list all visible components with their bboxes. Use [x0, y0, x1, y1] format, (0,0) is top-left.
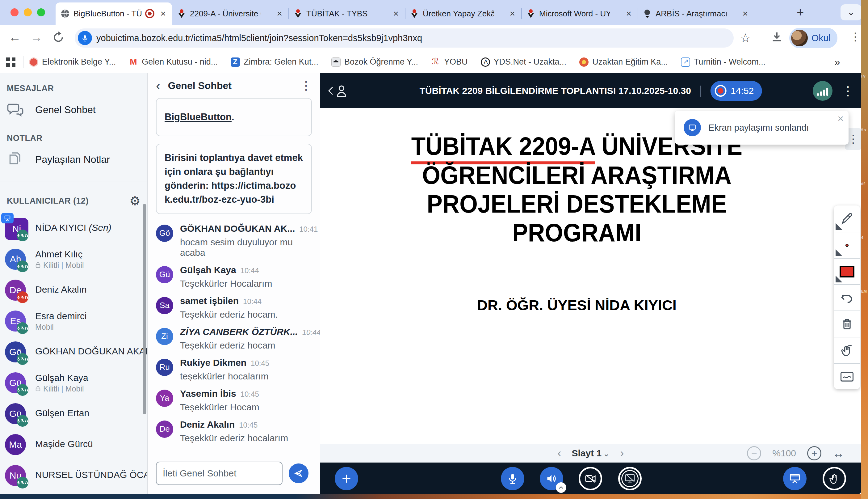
toast-close-icon[interactable]: × — [838, 112, 844, 124]
user-list-item[interactable]: Ni NİDA KIYICI (Sen) — [0, 213, 147, 244]
connection-status-icon[interactable] — [813, 81, 832, 101]
raise-hand-button[interactable] — [822, 467, 846, 490]
tab-recording-icon — [145, 9, 154, 18]
bookmark-label: YDS.Net - Uzakta... — [494, 57, 567, 67]
chat-back-chevron-icon[interactable]: ‹ — [156, 79, 161, 93]
notes-header: NOTLAR — [7, 133, 147, 143]
user-list-item[interactable]: Ma Maşide Gürcü — [0, 429, 147, 460]
user-status-badge — [17, 322, 28, 334]
next-slide-button[interactable]: › — [620, 447, 624, 460]
share-webcam-button[interactable] — [579, 467, 602, 490]
clear-annotations-trash-button[interactable] — [834, 311, 860, 337]
browser-tab[interactable]: BigBlueButton - TÜ × — [55, 2, 172, 25]
bookmark-item[interactable]: YOBU — [431, 57, 468, 67]
users-settings-gear-icon[interactable]: ⚙ — [129, 194, 140, 208]
chat-message-input[interactable] — [156, 462, 282, 485]
mic-permission-icon[interactable] — [78, 31, 92, 45]
actions-plus-button[interactable]: + — [335, 467, 358, 490]
back-button[interactable]: ← — [9, 30, 21, 44]
fit-to-width-icon[interactable]: ↔ — [832, 447, 844, 460]
browser-tab[interactable]: Microsoft Word - UYZ × — [521, 2, 638, 25]
sidebar-item-shared-notes[interactable]: Paylaşılan Notlar — [0, 146, 147, 173]
user-list-item[interactable]: Gö GÖKHAN DOĞUKAN AKARSU — [0, 337, 147, 367]
screen: i v5.xdf4EM BigBlueButton - TÜ × — [0, 0, 868, 499]
apps-grid-icon[interactable] — [6, 58, 15, 67]
bigbluebutton-link[interactable]: BigBlueButton — [165, 111, 231, 122]
user-list-item[interactable]: Nu NURSEL ÜSTÜNDAĞ ÖCAL — [0, 460, 147, 491]
browser-tab[interactable]: Üretken Yapay Zekâ R × — [405, 2, 521, 25]
url-bar[interactable]: yobuictima.bozok.edu.tr/ictima5/html5cli… — [75, 28, 734, 48]
minimize-presentation-button[interactable] — [783, 467, 807, 490]
shared-notes-icon — [7, 151, 24, 168]
bookmark-item[interactable]: Gelen Kutusu - nid... — [129, 57, 218, 67]
chat-options-kebab-icon[interactable]: ⋮ — [300, 79, 312, 93]
sidebar-item-public-chat[interactable]: Genel Sohbet — [0, 96, 147, 123]
user-list-item[interactable]: De Deniz Akalın — [0, 275, 147, 306]
bookmarks-overflow-icon[interactable]: » — [834, 56, 840, 68]
collapse-userlist-button[interactable] — [328, 84, 348, 98]
user-list-item[interactable]: Gü Gülşah Kaya Ki — [0, 367, 147, 398]
url-text[interactable]: yobuictima.bozok.edu.tr/ictima5/html5cli… — [96, 33, 422, 43]
tab-close-icon[interactable]: × — [508, 9, 516, 18]
undo-button[interactable] — [834, 284, 860, 311]
zoom-out-button[interactable]: − — [747, 446, 761, 460]
zoom-in-button[interactable]: + — [807, 446, 821, 460]
tab-close-icon[interactable]: × — [625, 9, 633, 18]
meeting-main-area: TÜBİTAK 2209 BİLGİLENDİRME TOPLANTISI 17… — [320, 73, 861, 494]
macos-fullscreen-button[interactable] — [37, 8, 45, 16]
leave-audio-button[interactable] — [540, 467, 563, 490]
slide-select[interactable]: Slayt 1 ⌄ — [572, 448, 610, 459]
pencil-tool-button[interactable] — [834, 206, 860, 232]
tab-close-icon[interactable]: × — [741, 9, 749, 18]
macos-minimize-button[interactable] — [24, 8, 32, 16]
reload-button[interactable] — [52, 32, 64, 43]
user-name: Gülşen Ertan — [35, 408, 89, 418]
send-message-button[interactable] — [289, 463, 309, 483]
bookmark-item[interactable]: Turnitin - Welcom... — [681, 57, 766, 67]
thickness-tool-button[interactable] — [834, 232, 860, 258]
mute-microphone-button[interactable] — [501, 467, 524, 490]
desktop-text-fragment: i v — [861, 74, 868, 78]
desktop-text-fragment: df — [861, 182, 868, 186]
userlist-scrollbar[interactable] — [143, 204, 146, 414]
share-screen-button[interactable] — [618, 467, 642, 490]
meeting-options-kebab-icon[interactable]: ⋮ — [842, 84, 854, 98]
recording-indicator-button[interactable]: 14:52 — [710, 81, 762, 101]
message-text: Teşekkür ederiz hocam. — [180, 309, 278, 320]
browser-profile-chip[interactable]: Okul — [789, 28, 838, 48]
tab-overflow-button[interactable]: ⌄ — [841, 4, 861, 21]
browser-tab[interactable]: TÜBİTAK - TYBS × — [288, 2, 405, 25]
browser-tab[interactable]: 2209-A - Üniversite Ö × — [172, 2, 288, 25]
bookmark-favicon — [29, 58, 38, 67]
previous-slide-button[interactable]: ‹ — [558, 447, 561, 460]
bookmark-item[interactable]: YDS.Net - Uzakta... — [481, 57, 567, 67]
user-status-badge — [17, 353, 28, 365]
macos-close-button[interactable] — [11, 8, 18, 16]
tab-close-icon[interactable]: × — [275, 9, 284, 18]
user-list-item[interactable]: Gü Gülşen Ertan — [0, 398, 147, 429]
bookmark-favicon — [681, 58, 690, 67]
bookmark-item[interactable]: Bozok Öğrenme Y... — [331, 57, 418, 67]
color-swatch-button[interactable] — [834, 258, 860, 284]
browser-tab[interactable]: ARBİS - Araştırmacı Bi × — [638, 2, 754, 25]
downloads-icon[interactable] — [771, 31, 783, 43]
browser-menu-kebab-icon[interactable]: ⋮ — [850, 30, 861, 43]
user-list-item[interactable]: Ah Ahmet Kılıç Ki — [0, 244, 147, 275]
message-author: Yasemin İbis10:45 — [180, 388, 259, 399]
new-tab-button[interactable]: + — [797, 5, 804, 20]
user-list-item[interactable]: Es Esra demirci M — [0, 306, 147, 337]
user-name: NİDA KIYICI (Sen) — [35, 222, 112, 233]
tab-close-icon[interactable]: × — [392, 9, 400, 18]
tab-close-icon[interactable]: × — [159, 9, 167, 18]
message-author: ZİYA CANBERK ÖZTÜRK...10:44 — [180, 327, 321, 337]
bookmark-item[interactable]: Elektronik Belge Y... — [29, 57, 116, 67]
title-separator: | — [699, 84, 702, 98]
bookmark-item[interactable]: Zimbra: Gelen Kut... — [231, 57, 318, 67]
bookmark-item[interactable]: Uzaktan Eğitim Ka... — [579, 57, 668, 67]
audio-options-chevron-badge[interactable] — [556, 482, 566, 493]
pan-tool-button[interactable] — [834, 337, 860, 363]
snapshot-tool-button[interactable] — [834, 363, 860, 389]
user-status-badge — [17, 477, 28, 488]
bookmark-star-icon[interactable]: ☆ — [740, 31, 751, 45]
forward-button[interactable]: → — [30, 30, 42, 44]
